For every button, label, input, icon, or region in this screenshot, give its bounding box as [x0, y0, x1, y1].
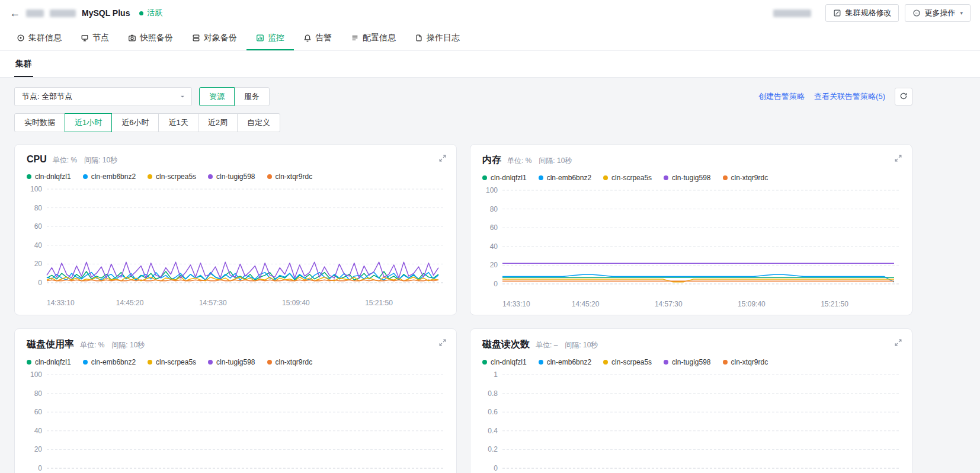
tab-nodes[interactable]: 节点	[71, 26, 119, 50]
legend-item[interactable]: cln-dnlqfzl1	[482, 174, 527, 182]
status-label: 活跃	[147, 8, 162, 18]
legend-item[interactable]: cln-scrpea5s	[148, 172, 196, 181]
legend-item[interactable]: cln-emb6bnz2	[539, 358, 591, 366]
svg-text:60: 60	[34, 222, 43, 231]
legend-dot	[148, 360, 152, 365]
category-resource[interactable]: 资源	[199, 87, 235, 106]
node-select[interactable]: 节点: 全部节点	[14, 87, 192, 106]
svg-text:80: 80	[34, 389, 43, 398]
time-range-custom[interactable]: 自定义	[237, 113, 280, 132]
svg-text:15:21:50: 15:21:50	[821, 300, 848, 308]
legend-item[interactable]: cln-xtqr9rdc	[267, 358, 313, 366]
node-select-value: 节点: 全部节点	[22, 91, 72, 102]
legend-item[interactable]: cln-emb6bnz2	[83, 172, 136, 181]
more-actions-button[interactable]: 更多操作 ▾	[905, 4, 971, 22]
legend-dot	[539, 175, 543, 180]
tab-label: 快照备份	[140, 33, 173, 43]
svg-text:40: 40	[34, 241, 43, 250]
filter-row: 节点: 全部节点 资源服务 创建告警策略 查看关联告警策略(5)	[14, 87, 912, 106]
cluster-info-icon	[17, 34, 25, 42]
legend-label: cln-scrpea5s	[156, 358, 196, 366]
legend-dot	[27, 360, 31, 365]
legend-dot	[27, 174, 31, 179]
subtab-cluster[interactable]: 集群	[14, 51, 33, 77]
svg-text:14:57:30: 14:57:30	[199, 299, 227, 307]
legend-item[interactable]: cln-tugig598	[208, 358, 255, 366]
redacted-cluster-name	[50, 9, 76, 17]
category-service[interactable]: 服务	[234, 87, 270, 106]
svg-text:0: 0	[38, 464, 42, 472]
legend-label: cln-tugig598	[216, 358, 255, 366]
legend-label: cln-xtqr9rdc	[731, 174, 768, 182]
time-range-last-6h[interactable]: 近6小时	[111, 113, 159, 132]
expand-icon[interactable]	[894, 154, 902, 162]
time-range-last-1h[interactable]: 近1小时	[65, 113, 112, 132]
modify-spec-label: 集群规格修改	[845, 8, 891, 18]
svg-text:100: 100	[30, 185, 42, 193]
tab-object-backup[interactable]: 对象备份	[182, 26, 246, 50]
svg-text:1: 1	[494, 370, 498, 379]
svg-text:0.4: 0.4	[488, 427, 498, 435]
svg-text:14:45:20: 14:45:20	[116, 299, 144, 307]
legend-item[interactable]: cln-tugig598	[208, 172, 255, 181]
time-range-realtime[interactable]: 实时数据	[14, 113, 65, 132]
expand-icon[interactable]	[438, 338, 447, 347]
more-actions-label: 更多操作	[924, 8, 955, 18]
chart-unit-label: 单位: – 间隔: 10秒	[536, 340, 598, 350]
tab-alerts[interactable]: 告警	[294, 26, 341, 50]
chart-unit-label: 单位: % 间隔: 10秒	[53, 155, 117, 165]
chart-title: CPU	[27, 154, 47, 165]
legend-dot	[482, 175, 487, 180]
tab-config-info[interactable]: 配置信息	[341, 26, 405, 50]
legend-item[interactable]: cln-xtqr9rdc	[723, 358, 768, 366]
chart-legend: cln-dnlqfzl1cln-emb6bnz2cln-scrpea5scln-…	[27, 172, 444, 181]
expand-icon[interactable]	[438, 154, 447, 162]
chart-legend: cln-dnlqfzl1cln-emb6bnz2cln-scrpea5scln-…	[27, 358, 444, 366]
refresh-button[interactable]	[895, 88, 912, 106]
legend-item[interactable]: cln-dnlqfzl1	[27, 358, 71, 366]
legend-item[interactable]: cln-tugig598	[664, 174, 710, 182]
tab-operation-logs[interactable]: 操作日志	[405, 26, 469, 50]
legend-item[interactable]: cln-scrpea5s	[603, 358, 652, 366]
legend-label: cln-xtqr9rdc	[276, 172, 313, 181]
legend-item[interactable]: cln-scrpea5s	[148, 358, 196, 366]
view-alert-policy-link[interactable]: 查看关联告警策略(5)	[814, 91, 885, 102]
tab-monitoring[interactable]: 监控	[246, 26, 294, 50]
tab-cluster-info[interactable]: 集群信息	[7, 26, 71, 50]
legend-dot	[482, 360, 487, 365]
legend-item[interactable]: cln-emb6bnz2	[539, 174, 591, 182]
status-badge: 活跃	[139, 8, 162, 18]
chart-card-memory: 内存 单位: % 间隔: 10秒 cln-dnlqfzl1cln-emb6bnz…	[470, 144, 912, 315]
product-name: MySQL Plus	[82, 8, 130, 18]
expand-icon[interactable]	[894, 338, 902, 347]
legend-dot	[208, 360, 213, 365]
legend-item[interactable]: cln-xtqr9rdc	[267, 172, 313, 181]
time-range-last-1d[interactable]: 近1天	[158, 113, 198, 132]
back-icon[interactable]: ←	[9, 8, 20, 18]
svg-text:0: 0	[494, 464, 498, 472]
legend-item[interactable]: cln-tugig598	[664, 358, 710, 366]
legend-item[interactable]: cln-dnlqfzl1	[482, 358, 527, 366]
tab-label: 操作日志	[427, 33, 460, 43]
svg-text:60: 60	[34, 408, 43, 416]
legend-item[interactable]: cln-scrpea5s	[603, 174, 652, 182]
create-alert-policy-link[interactable]: 创建告警策略	[758, 91, 805, 102]
legend-item[interactable]: cln-dnlqfzl1	[27, 172, 71, 181]
legend-item[interactable]: cln-xtqr9rdc	[723, 174, 768, 182]
redacted-account-info	[773, 9, 811, 17]
legend-item[interactable]: cln-emb6bnz2	[83, 358, 136, 366]
legend-dot	[603, 175, 608, 180]
legend-dot	[208, 174, 213, 179]
legend-dot	[267, 174, 272, 179]
svg-text:15:09:40: 15:09:40	[738, 300, 766, 308]
time-range-last-2w[interactable]: 近2周	[198, 113, 238, 132]
legend-label: cln-scrpea5s	[611, 174, 652, 182]
log-icon	[415, 34, 423, 42]
modify-spec-button[interactable]: 集群规格修改	[825, 4, 899, 22]
cpu-chart: 02040608010014:33:1014:45:2014:57:3015:0…	[27, 183, 444, 309]
svg-text:14:45:20: 14:45:20	[572, 300, 600, 308]
tab-snapshot-backup[interactable]: 快照备份	[119, 26, 182, 50]
svg-text:15:21:50: 15:21:50	[365, 299, 393, 307]
svg-text:20: 20	[490, 261, 498, 269]
svg-text:15:09:40: 15:09:40	[282, 299, 310, 307]
